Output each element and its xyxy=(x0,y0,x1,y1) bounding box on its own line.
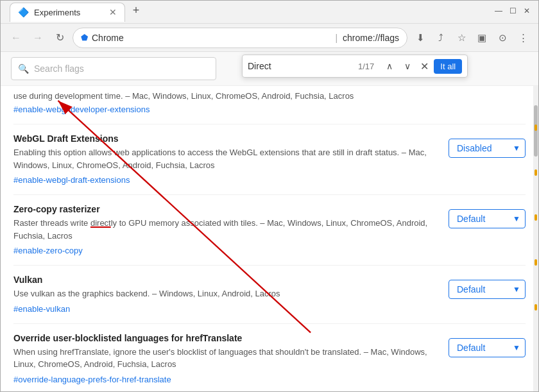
scroll-marker-2 xyxy=(535,169,537,176)
flag-desc-zero-copy: Raster threads write directly to GPU mem… xyxy=(13,217,438,242)
flag-title-href-translate: Override user-blocklisted languages for … xyxy=(13,333,438,343)
active-tab[interactable]: 🔷 Experiments ✕ xyxy=(10,3,125,22)
flag-desc-highlight: direct xyxy=(90,218,111,228)
find-input[interactable] xyxy=(248,61,350,71)
find-all-button[interactable]: It all xyxy=(434,59,462,74)
address-security-icon: ⬟ xyxy=(81,33,88,42)
find-count: 1/17 xyxy=(353,62,379,71)
content-area: use during development time. – Mac, Wind… xyxy=(1,86,538,391)
search-area: 🔍 Search flags 1/17 ∧ ∨ ✕ It all xyxy=(1,52,538,86)
dropdown-webgl-draft[interactable]: Default Enabled Disabled xyxy=(449,139,526,158)
minimize-button[interactable]: — xyxy=(493,6,504,16)
find-prev-button[interactable]: ∧ xyxy=(382,58,397,74)
dropdown-wrapper-vulkan: Default Enabled Disabled ▼ xyxy=(449,280,526,299)
scroll-marker-4 xyxy=(535,259,537,266)
dropdown-href-translate[interactable]: Default Enabled Disabled xyxy=(449,338,526,357)
flag-link-vulkan[interactable]: #enable-vulkan xyxy=(13,304,70,314)
menu-button[interactable]: ⋮ xyxy=(514,29,532,47)
new-tab-button[interactable]: + xyxy=(128,3,144,19)
find-next-button[interactable]: ∨ xyxy=(400,58,415,74)
reload-button[interactable]: ↻ xyxy=(51,29,69,47)
search-box[interactable]: 🔍 Search flags xyxy=(11,57,216,80)
dropdown-vulkan[interactable]: Default Enabled Disabled xyxy=(449,280,526,299)
flag-control-href-translate: Default Enabled Disabled ▼ xyxy=(449,338,526,357)
maximize-button[interactable]: ☐ xyxy=(508,6,518,16)
flag-control-webgl-draft: Default Enabled Disabled ▼ xyxy=(449,139,526,158)
title-bar: 🔷 Experiments ✕ + — ☐ ✕ xyxy=(1,1,538,24)
flag-title-webgl-draft: WebGL Draft Extensions xyxy=(13,133,438,144)
flag-desc-webgl-draft: Enabling this option allows web applicat… xyxy=(13,146,438,171)
scroll-marker-3 xyxy=(535,214,537,221)
address-bar[interactable]: ⬟ Chrome | chrome://flags xyxy=(73,28,407,48)
dropdown-zero-copy[interactable]: Default Enabled Disabled xyxy=(449,209,526,228)
find-bar: 1/17 ∧ ∨ ✕ It all xyxy=(242,55,468,78)
flag-truncated-text: use during development time. – Mac, Wind… xyxy=(13,86,526,103)
search-placeholder: Search flags xyxy=(34,64,84,74)
flag-title-zero-copy: Zero-copy rasterizer xyxy=(13,204,438,214)
scroll-marker-1 xyxy=(535,124,537,131)
close-button[interactable]: ✕ xyxy=(522,6,532,16)
flag-info-zero-copy: Zero-copy rasterizer Raster threads writ… xyxy=(13,204,438,256)
window-controls: — ☐ ✕ xyxy=(493,6,532,16)
bookmark-button[interactable]: ☆ xyxy=(452,29,470,47)
find-close-button[interactable]: ✕ xyxy=(418,60,431,72)
scrollbar[interactable] xyxy=(533,86,538,391)
tab-title: Experiments xyxy=(34,8,104,17)
flag-control-zero-copy: Default Enabled Disabled ▼ xyxy=(449,209,526,228)
flag-info-truncated: use during development time. – Mac, Wind… xyxy=(13,86,526,115)
dropdown-wrapper-zero-copy: Default Enabled Disabled ▼ xyxy=(449,209,526,228)
flag-info-webgl-draft: WebGL Draft Extensions Enabling this opt… xyxy=(13,133,438,185)
flag-item-zero-copy: Zero-copy rasterizer Raster threads writ… xyxy=(13,195,526,266)
tab-bar: 🔷 Experiments ✕ + xyxy=(6,3,144,22)
flag-item-webgl-draft: WebGL Draft Extensions Enabling this opt… xyxy=(13,124,526,195)
flag-link-webgl-dev[interactable]: #enable-webgl-developer-extensions xyxy=(13,105,150,114)
flag-item-truncated: use during development time. – Mac, Wind… xyxy=(13,86,526,124)
address-host: Chrome xyxy=(92,33,330,43)
flag-desc-prefix: Raster threads write xyxy=(13,218,90,228)
flag-item-vulkan: Vulkan Use vulkan as the graphics backen… xyxy=(13,266,526,324)
flag-info-vulkan: Vulkan Use vulkan as the graphics backen… xyxy=(13,275,438,314)
dropdown-wrapper-webgl-draft: Default Enabled Disabled ▼ xyxy=(449,139,526,158)
flag-desc-href-translate: When using hrefTranslate, ignore the use… xyxy=(13,346,438,371)
download-button[interactable]: ⬇ xyxy=(411,29,429,47)
dropdown-wrapper-href-translate: Default Enabled Disabled ▼ xyxy=(449,338,526,357)
address-separator: | xyxy=(335,33,338,43)
flag-control-vulkan: Default Enabled Disabled ▼ xyxy=(449,280,526,299)
profile-button[interactable]: ⊙ xyxy=(493,29,511,47)
tab-search-button[interactable]: ▣ xyxy=(473,29,491,47)
nav-bar: ← → ↻ ⬟ Chrome | chrome://flags ⬇ ⤴ ☆ ▣ … xyxy=(1,24,538,52)
flag-link-href-translate[interactable]: #override-language-prefs-for-href-transl… xyxy=(13,375,171,384)
flag-link-zero-copy[interactable]: #enable-zero-copy xyxy=(13,246,83,255)
search-icon: 🔍 xyxy=(18,64,29,74)
scroll-marker-5 xyxy=(535,304,537,311)
tab-favicon: 🔷 xyxy=(18,7,29,17)
nav-actions: ⬇ ⤴ ☆ ▣ ⊙ ⋮ xyxy=(411,29,532,47)
flag-info-href-translate: Override user-blocklisted languages for … xyxy=(13,333,438,385)
forward-button[interactable]: → xyxy=(29,29,47,47)
scrollbar-thumb[interactable] xyxy=(534,105,538,157)
address-path: chrome://flags xyxy=(343,33,399,43)
back-button[interactable]: ← xyxy=(7,29,25,47)
flag-title-vulkan: Vulkan xyxy=(13,275,438,285)
share-button[interactable]: ⤴ xyxy=(432,29,450,47)
flag-desc-vulkan: Use vulkan as the graphics backend. – Wi… xyxy=(13,287,438,300)
browser-window: 🔷 Experiments ✕ + — ☐ ✕ ← → ↻ ⬟ Chrome |… xyxy=(0,0,539,392)
flag-item-href-translate: Override user-blocklisted languages for … xyxy=(13,324,526,392)
tab-close-button[interactable]: ✕ xyxy=(109,7,117,17)
main-content: use during development time. – Mac, Wind… xyxy=(1,86,538,391)
flag-link-webgl-draft[interactable]: #enable-webgl-draft-extensions xyxy=(13,175,130,185)
